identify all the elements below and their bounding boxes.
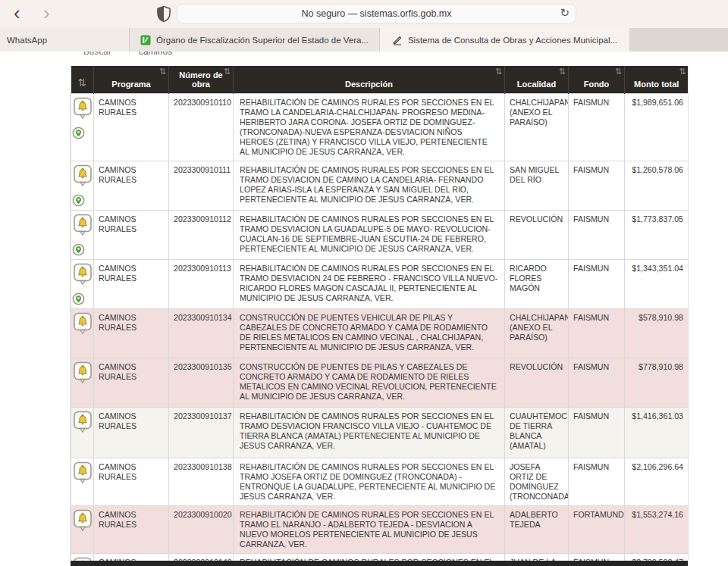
table-row[interactable]: CAMINOS RURALES 2023300910110 REHABILITA… [71,93,689,161]
cell-descripcion: REHABILITACIÓN DE CAMINOS RURALES POR SE… [234,210,505,259]
cell-descripcion: CONSTRUCCIÓN DE PUENTES DE PILAS Y CABEZ… [234,358,505,407]
bell-marker-icon [73,411,93,436]
cell-programa: CAMINOS RURALES [94,259,169,308]
right-edge-line [688,66,689,561]
cell-numero-de-obra: 2023300910020 [169,505,234,553]
cell-descripcion: REHABILITACIÓN DE CAMINOS RURALES POR SE… [234,259,505,308]
column-label: Fondo [584,80,610,89]
cell-numero-de-obra: 2023300910140 [169,553,234,561]
column-label: Descripción [345,80,393,89]
tab-label: Sistema de Consulta de Obras y Acciones … [408,36,617,45]
tab-sicomver[interactable]: Sistema de Consulta de Obras y Acciones … [380,28,630,52]
cell-descripcion: REHABILITACIÓN DE CAMINOS RURALES POR SE… [234,505,505,553]
cell-localidad: CHALCHIJAPAN (ANEXO EL PARAÍSO) [505,93,569,161]
cell-numero-de-obra: 2023300910112 [169,210,234,259]
column-header-numero-de-obra[interactable]: ⇅ Número de obra [169,66,234,93]
work-marker[interactable] [73,281,93,290]
cell-fondo: FAISMUN [569,93,625,161]
cell-localidad: JOSEFA ORTIZ DE DOMÍNGUEZ (TRONCONADA) [505,458,569,505]
sicomver-favicon [392,35,403,45]
cell-localidad: REVOLUCIÓN [505,210,569,259]
bell-marker-icon [73,164,93,190]
table-row[interactable]: CAMINOS RURALES 2023300910134 CONSTRUCCI… [71,308,689,358]
sort-icon[interactable]: ⇅ [679,67,686,76]
cell-descripcion: REHABILITACIÓN DE CAMINOS RURALES POR SE… [234,161,505,210]
sort-icon[interactable]: ⇅ [159,67,166,76]
cell-numero-de-obra: 2023300910138 [169,458,234,505]
cell-numero-de-obra: 2023300910135 [169,358,234,407]
table-row[interactable]: CAMINOS RURALES 2023300910135 CONSTRUCCI… [71,358,689,407]
cell-programa: CAMINOS RURALES [94,358,169,407]
column-header-programa[interactable]: ⇅ Programa [94,66,169,93]
cell-localidad: SAN MIGUEL DEL RÍO [505,161,569,210]
table-row[interactable]: CAMINOS RURALES 2023300910111 REHABILITA… [71,161,689,210]
cell-marker [71,553,94,561]
work-marker[interactable] [73,527,93,536]
tab-label: WhatsApp [7,36,47,45]
work-marker[interactable] [73,115,93,124]
table-header-row: ⇅ ⇅ Programa ⇅ Número de obra ⇅ Descripc… [71,66,689,93]
table-row[interactable]: CAMINOS RURALES 2023300910112 REHABILITA… [71,210,689,259]
sort-icon[interactable]: ⇅ [74,79,91,87]
table-row[interactable]: CAMINOS RURALES 2023300910140 REHABILITA… [71,553,689,561]
reload-icon[interactable]: ↻ [560,6,570,20]
tab-orfis[interactable]: Órgano de Fiscalización Superior del Est… [130,28,380,52]
cell-marker [71,161,94,210]
cell-marker [71,358,94,407]
column-header-localidad[interactable]: ⇅ Localidad [505,66,569,93]
work-marker[interactable] [73,330,93,339]
cell-localidad: RICARDO FLORES MAGÓN [505,259,569,308]
cell-descripcion: REHABILITACIÓN DE CAMINOS RURALES POR SE… [234,458,505,505]
sort-icon[interactable]: ⇅ [615,67,622,76]
bell-marker-icon [73,263,93,289]
cell-programa: CAMINOS RURALES [94,505,169,553]
table-row[interactable]: CAMINOS RURALES 2023300910138 REHABILITA… [71,458,689,505]
cell-marker [71,259,94,308]
forward-button[interactable]: › [43,0,50,26]
orfis-favicon [140,35,151,45]
tab-whatsapp[interactable]: WhatsApp [0,28,130,52]
location-pin-icon [72,127,85,139]
cell-descripcion: REHABILITACIÓN DE CAMINOS RURALES POR SE… [234,93,505,161]
bottom-edge [71,561,688,566]
privacy-shield-icon[interactable] [156,5,171,23]
column-header-marker[interactable]: ⇅ [71,66,94,93]
work-marker[interactable] [73,183,93,192]
cell-numero-de-obra: 2023300910110 [169,93,234,161]
column-header-fondo[interactable]: ⇅ Fondo [569,66,625,93]
sort-icon[interactable]: ⇅ [559,67,566,76]
cell-fondo: FAISMUN [569,308,625,358]
bell-marker-icon [73,509,93,535]
cell-numero-de-obra: 2023300910134 [169,308,234,358]
column-header-descripcion[interactable]: ⇅ Descripción [234,66,505,93]
cell-monto-total: $578,910.98 [625,308,689,358]
work-marker[interactable] [73,429,93,438]
table-row[interactable]: CAMINOS RURALES 2023300910020 REHABILITA… [71,505,689,553]
cell-descripcion: REHABILITACIÓN DE CAMINOS RURALES POR SE… [234,407,505,458]
cell-fondo: FAISMUN [569,210,625,259]
back-button[interactable]: ‹ [14,0,20,26]
cell-fondo: FAISMUN [569,259,625,308]
sort-icon[interactable]: ⇅ [495,67,502,76]
work-marker[interactable] [73,232,93,241]
address-bar[interactable]: No seguro — sistemas.orfis.gob.mx ↻ [177,4,576,23]
tab-bar-filler [630,28,728,52]
cell-numero-de-obra: 2023300910111 [169,161,234,210]
column-label: Número de obra [179,70,222,89]
cell-monto-total: $2,106,296.64 [625,458,689,505]
bell-marker-icon [73,312,93,338]
location-pin-icon [72,292,85,305]
sort-icon[interactable]: ⇅ [224,67,231,76]
cell-monto-total: $1,416,361.03 [625,407,689,458]
table-row[interactable]: CAMINOS RURALES 2023300910113 REHABILITA… [71,259,689,308]
work-marker[interactable] [73,480,93,489]
search-input-value[interactable]: caminos [139,52,172,56]
cell-numero-de-obra: 2023300910113 [169,259,234,308]
search-button[interactable]: Buscar [83,52,111,56]
cell-monto-total: $1,343,351.04 [625,259,689,308]
column-header-monto-total[interactable]: ⇅ Monto total [625,66,689,93]
work-marker[interactable] [73,380,93,389]
cell-monto-total: $2,730,598.47 [625,553,689,561]
cell-fondo: FAISMUN [569,458,625,505]
table-row[interactable]: CAMINOS RURALES 2023300910137 REHABILITA… [71,407,689,458]
